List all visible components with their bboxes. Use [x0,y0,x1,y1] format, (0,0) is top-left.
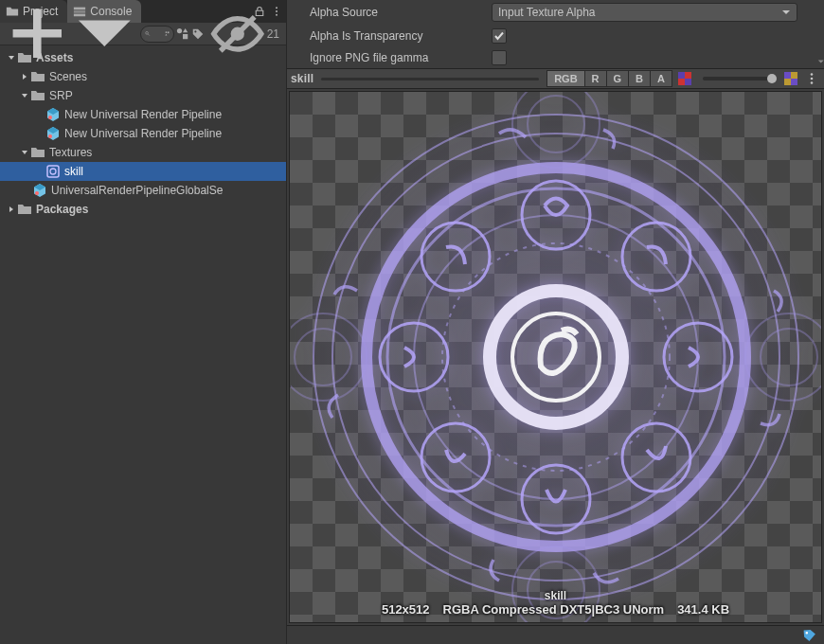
folder-icon [30,69,45,84]
prop-ignore-png-gamma: Ignore PNG file gamma [287,47,824,68]
svg-point-17 [35,191,39,195]
tree-row-urp-asset-1[interactable]: New Universal Render Pipeline [0,105,286,124]
filter-by-label-button[interactable] [191,25,205,44]
urp-asset-icon [45,126,61,141]
search-by-type-icon[interactable] [165,28,170,39]
svg-point-25 [811,78,814,80]
svg-rect-10 [183,34,188,39]
foldout-open-icon[interactable] [19,147,30,158]
chevron-down-icon [781,8,791,17]
tree-label: Textures [49,146,92,159]
svg-point-16 [50,169,56,174]
folder-icon [17,50,32,65]
create-button[interactable] [3,25,138,44]
svg-point-24 [811,73,814,76]
preview-header: skill RGB R G B A [287,68,824,89]
tree-label: SRP [49,89,73,102]
foldout-open-icon[interactable] [19,90,30,101]
folder-icon [17,202,32,217]
urp-asset-icon [32,183,47,198]
channel-b[interactable]: B [629,70,651,87]
tree-row-srp[interactable]: SRP [0,86,286,105]
tree-row-urp-asset-2[interactable]: New Universal Render Pipeline [0,124,286,143]
prop-alpha-source: Alpha Source Input Texture Alpha [287,0,824,24]
foldout-closed-icon[interactable] [19,71,30,82]
svg-point-6 [146,31,149,34]
tree-row-assets[interactable]: Assets [0,48,286,67]
asset-tree: Assets Scenes SRP New Universal Render P… [0,45,286,644]
foldout-open-icon[interactable] [6,52,17,63]
svg-point-7 [165,31,167,33]
tree-row-urp-global[interactable]: UniversalRenderPipelineGlobalSe [0,181,286,200]
svg-point-26 [811,81,814,84]
texture-viewport[interactable]: skill 512x512 RGBA Compressed DXT5|BC3 U… [289,91,822,623]
tree-row-skill[interactable]: skill [0,162,286,181]
prop-label: Alpha Source [310,6,492,19]
svg-point-27 [300,101,812,613]
channel-a[interactable]: A [651,70,672,87]
folder-icon [30,145,45,160]
alpha-transparency-checkbox[interactable] [492,28,507,44]
inspector-scrollbar[interactable] [813,0,824,70]
preview-menu-icon[interactable] [803,70,820,87]
tree-label: skill [64,165,83,178]
search-input[interactable] [140,26,174,43]
prop-label: Alpha Is Transparency [310,29,492,43]
urp-asset-icon [45,107,61,122]
svg-rect-22 [791,72,797,79]
tree-label: UniversalRenderPipelineGlobalSe [51,184,223,197]
svg-point-11 [194,30,196,32]
channel-r[interactable]: R [585,70,607,87]
svg-rect-19 [685,72,691,79]
preview-footer [287,625,824,644]
asset-label-icon[interactable] [803,628,817,642]
tree-label: Scenes [49,70,87,83]
dropdown-value: Input Texture Alpha [498,6,596,19]
texture-icon [45,164,61,179]
svg-rect-20 [678,79,685,85]
preview-title: skill [291,72,313,85]
foldout-closed-icon[interactable] [6,204,17,215]
folder-icon [30,88,45,103]
channel-buttons: RGB R G B A [546,70,672,87]
svg-point-9 [177,27,182,32]
svg-rect-15 [47,166,59,177]
channel-rgb[interactable]: RGB [546,70,584,87]
tree-row-scenes[interactable]: Scenes [0,67,286,86]
ignore-png-gamma-checkbox[interactable] [492,50,507,65]
preview-color-icon[interactable] [676,70,693,87]
svg-rect-23 [784,79,791,85]
filter-by-type-button[interactable] [176,25,189,44]
project-toolbar: 21 [0,23,286,45]
search-field[interactable] [151,27,165,41]
tree-label: Assets [36,51,73,64]
prop-alpha-transparency: Alpha Is Transparency [287,24,824,47]
prop-label: Ignore PNG file gamma [310,51,492,64]
texture-image [291,92,821,622]
preview-resize-handle[interactable] [321,78,539,80]
mip-slider[interactable] [703,77,773,80]
alpha-source-dropdown[interactable]: Input Texture Alpha [492,3,797,22]
preview-checker-icon[interactable] [782,70,799,87]
channel-g[interactable]: G [607,70,630,87]
svg-point-13 [48,116,52,119]
tree-label: New Universal Render Pipeline [64,127,222,140]
svg-rect-8 [167,31,169,33]
hidden-count-label: 21 [267,27,279,41]
svg-point-14 [48,134,52,138]
tree-row-textures[interactable]: Textures [0,143,286,162]
check-icon [493,30,505,42]
tree-label: New Universal Render Pipeline [64,108,222,121]
tag-icon [191,27,205,41]
tree-row-packages[interactable]: Packages [0,200,286,219]
tree-label: Packages [36,203,88,216]
shapes-icon [176,27,189,41]
